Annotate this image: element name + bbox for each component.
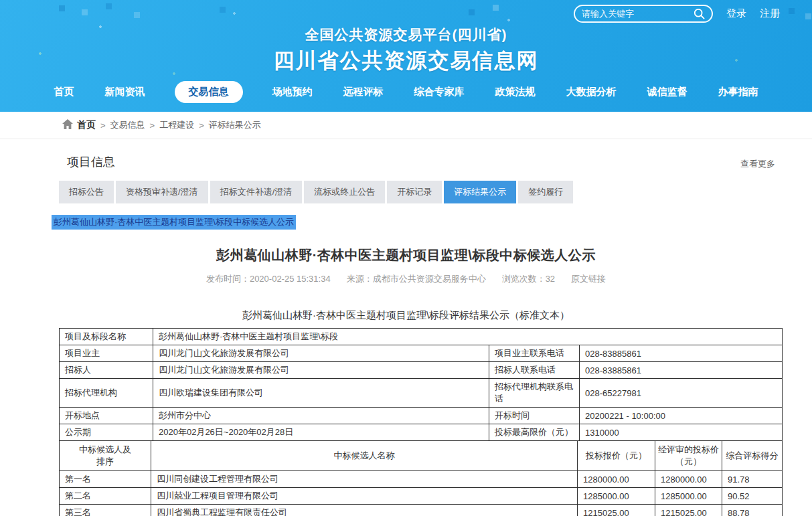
info-value-cell: 2020年02月26日~2020年02月28日 [153, 424, 489, 441]
info-value-cell: 彭州市分中心 [153, 408, 489, 424]
nav-item-big-data[interactable]: 大数据分析 [565, 81, 618, 103]
rank-cell: 第三名 [60, 505, 151, 516]
nav-item-news[interactable]: 新闻资讯 [104, 81, 147, 103]
info-label-cell: 投标最高限价（元） [489, 424, 580, 441]
candidate-name-cell: 四川省蜀典工程监理有限责任公司 [151, 505, 578, 516]
header-rank: 中标候选人及排序 [60, 441, 151, 471]
project-info-table: 项目及标段名称 彭州葛仙山林野·杏林中医主题村项目监理\标段 项目业主 四川龙门… [59, 328, 783, 441]
candidate-name-cell: 四川兢业工程项目管理有限公司 [151, 488, 578, 505]
info-label-cell: 开标时间 [489, 408, 580, 424]
info-value-cell: 四川欧瑞建设集团有限公司 [153, 379, 489, 408]
bid-price-cell: 1215025.00 [578, 505, 655, 516]
view-count: 浏览次数：32 [502, 273, 555, 285]
source: 来源：成都市公共资源交易服务中心 [347, 273, 486, 285]
bid-price-cell: 1280000.00 [578, 471, 655, 488]
project-info-section-header: 项目信息 查看更多 [0, 139, 812, 170]
evaluated-price-cell: 1280000.00 [655, 471, 722, 488]
search-icon[interactable] [694, 8, 705, 19]
table-row: 第三名 四川省蜀典工程监理有限责任公司 1215025.00 1215025.0… [60, 505, 783, 516]
article-title: 彭州葛仙山林野·杏林中医主题村项目监理\标段中标候选人公示 [0, 246, 812, 264]
tab-bid-opening-record[interactable]: 开标记录 [387, 181, 442, 203]
breadcrumb-separator: > [199, 120, 204, 131]
evaluated-price-cell: 1285000.00 [655, 488, 722, 505]
breadcrumb: 首页 > 交易信息 > 工程建设 > 评标结果公示 [0, 112, 812, 139]
search-input[interactable] [582, 9, 694, 19]
nav-item-service-guide[interactable]: 办事指南 [717, 81, 760, 103]
score-cell: 91.78 [722, 471, 783, 488]
info-value-cell: 1310000 [580, 424, 783, 441]
info-value-cell: 028-83885861 [580, 362, 783, 379]
breadcrumb-home-link[interactable]: 首页 [62, 119, 96, 131]
tab-failed-or-terminated[interactable]: 流标或终止公告 [304, 181, 385, 203]
breadcrumb-home-label[interactable]: 首页 [77, 119, 96, 131]
header-evaluated-price: 经评审的投标价（元） [655, 441, 722, 471]
tab-prequalification-addendum[interactable]: 资格预审补遗/澄清 [116, 181, 208, 203]
info-label-cell: 招标人 [60, 362, 153, 379]
info-value-cell: 四川龙门山文化旅游发展有限公司 [153, 345, 489, 362]
nav-item-policies[interactable]: 政策法规 [494, 81, 537, 103]
nav-item-venue-booking[interactable]: 场地预约 [271, 81, 314, 103]
breadcrumb-trade-info[interactable]: 交易信息 [110, 119, 145, 131]
bid-price-cell: 1285000.00 [578, 488, 655, 505]
info-value-cell: 20200221 - 10:00:00 [580, 408, 783, 424]
info-label-cell: 招标代理机构 [60, 379, 153, 408]
table-row: 招标人 四川龙门山文化旅游发展有限公司 招标人联系电话 028-83885861 [60, 362, 783, 379]
info-label-cell: 项目及标段名称 [60, 329, 153, 345]
platform-title: 全国公共资源交易平台(四川省) [0, 25, 812, 44]
tab-bid-announcement[interactable]: 招标公告 [59, 181, 114, 203]
breadcrumb-separator: > [100, 120, 106, 131]
table-row: 项目业主 四川龙门山文化旅游发展有限公司 项目业主联系电话 028-838858… [60, 345, 783, 362]
nav-item-integrity[interactable]: 诚信监督 [646, 81, 689, 103]
nav-item-remote-evaluation[interactable]: 远程评标 [342, 81, 385, 103]
topbar: 登录 注册 [0, 0, 812, 27]
header-candidate-name: 中标候选人名称 [151, 441, 578, 471]
publish-time: 发布时间：2020-02-25 15:31:34 [206, 273, 331, 285]
search-box[interactable] [574, 5, 713, 23]
register-link[interactable]: 注册 [760, 7, 780, 20]
evaluated-price-cell: 1215025.00 [655, 505, 722, 516]
info-label-cell: 招标人联系电话 [489, 362, 580, 379]
login-link[interactable]: 登录 [726, 7, 746, 20]
result-item-link-selected[interactable]: 彭州葛仙山林野·杏林中医主题村项目监理\标段中标候选人公示 [52, 215, 296, 230]
home-icon[interactable] [62, 119, 73, 131]
info-label-cell: 公示期 [60, 424, 153, 441]
candidate-name-cell: 四川同创建设工程管理有限公司 [151, 471, 578, 488]
tab-evaluation-result[interactable]: 评标结果公示 [444, 181, 516, 203]
table-header-row: 中标候选人及排序 中标候选人名称 投标报价（元） 经评审的投标价（元） 综合评标… [60, 441, 783, 471]
table-row: 第二名 四川兢业工程项目管理有限公司 1285000.00 1285000.00… [60, 488, 783, 505]
header-score: 综合评标得分 [722, 441, 783, 471]
header-bid-price: 投标报价（元） [578, 441, 655, 471]
header-titles: 全国公共资源交易平台(四川省) 四川省公共资源交易信息网 [0, 25, 812, 75]
breadcrumb-separator: > [150, 120, 155, 131]
info-label-cell: 开标地点 [60, 408, 153, 424]
candidates-table: 中标候选人及排序 中标候选人名称 投标报价（元） 经评审的投标价（元） 综合评标… [59, 440, 783, 516]
nav-item-expert-pool[interactable]: 综合专家库 [413, 81, 466, 103]
table-row: 公示期 2020年02月26日~2020年02月28日 投标最高限价（元） 13… [60, 424, 783, 441]
info-label-cell: 项目业主 [60, 345, 153, 362]
info-value-cell: 028-65227981 [580, 379, 783, 408]
site-title: 四川省公共资源交易信息网 [0, 47, 812, 75]
score-cell: 90.52 [722, 488, 783, 505]
main-nav: 首页 新闻资讯 交易信息 场地预约 远程评标 综合专家库 政策法规 大数据分析 … [0, 81, 812, 103]
tab-contract-performance[interactable]: 签约履行 [518, 181, 573, 203]
rank-cell: 第一名 [60, 471, 151, 488]
view-more-link[interactable]: 查看更多 [740, 158, 775, 170]
table-row: 项目及标段名称 彭州葛仙山林野·杏林中医主题村项目监理\标段 [60, 329, 783, 345]
tab-bid-document-addendum[interactable]: 招标文件补遗/澄清 [210, 181, 303, 203]
info-value-cell: 四川龙门山文化旅游发展有限公司 [153, 362, 489, 379]
breadcrumb-evaluation-result[interactable]: 评标结果公示 [209, 119, 261, 131]
original-link[interactable]: 原文链接 [571, 273, 606, 285]
score-cell: 88.78 [722, 505, 783, 516]
table-row: 招标代理机构 四川欧瑞建设集团有限公司 招标代理机构联系电话 028-65227… [60, 379, 783, 408]
nav-item-trade-info[interactable]: 交易信息 [175, 81, 243, 103]
article-meta: 发布时间：2020-02-25 15:31:34 来源：成都市公共资源交易服务中… [0, 273, 812, 285]
site-header: 登录 注册 全国公共资源交易平台(四川省) 四川省公共资源交易信息网 首页 新闻… [0, 0, 812, 112]
notice-tabs: 招标公告 资格预审补遗/澄清 招标文件补遗/澄清 流标或终止公告 开标记录 评标… [59, 181, 812, 203]
info-label-cell: 招标代理机构联系电话 [489, 379, 580, 408]
result-table-title: 彭州葛仙山林野·杏林中医主题村项目监理\标段评标结果公示（标准文本） [0, 309, 812, 322]
page-title: 项目信息 [67, 154, 115, 170]
breadcrumb-engineering[interactable]: 工程建设 [159, 119, 194, 131]
table-row: 第一名 四川同创建设工程管理有限公司 1280000.00 1280000.00… [60, 471, 783, 488]
info-value-cell: 028-83885861 [580, 345, 783, 362]
nav-item-home[interactable]: 首页 [53, 81, 76, 103]
